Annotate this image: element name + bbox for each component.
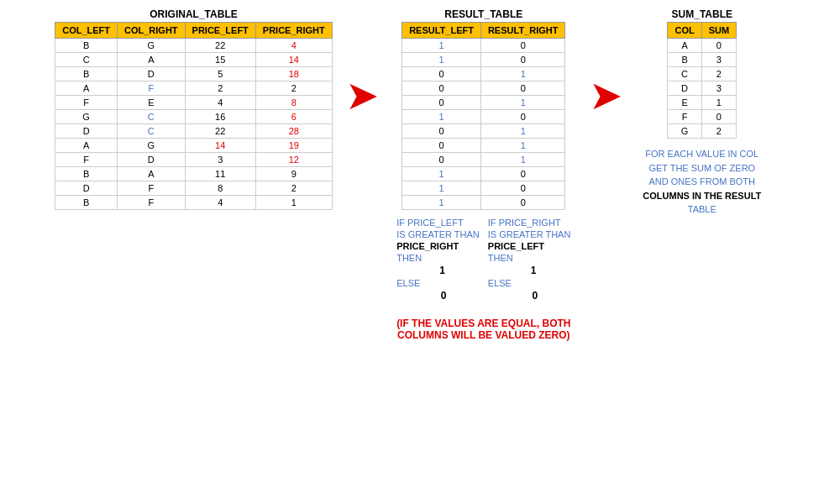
original-table: COL_LEFT COL_RIGHT PRICE_LEFT PRICE_RIGH…	[55, 22, 333, 210]
table-row: 3	[701, 81, 736, 96]
ann-price-right-bold: PRICE_RIGHT	[396, 241, 459, 251]
arrow-1: ➤	[345, 76, 379, 116]
ann-else-right: ELSE	[488, 278, 512, 288]
table-row: 6	[255, 110, 332, 124]
table-row: 0	[402, 67, 481, 81]
table-row: 2	[185, 81, 255, 96]
table-row: B	[55, 39, 118, 53]
main-container: ORIGINAL_TABLE COL_LEFT COL_RIGHT PRICE_…	[0, 0, 824, 349]
ann-price-left-bold: PRICE_LEFT	[488, 241, 544, 251]
ann-if-left: IF PRICE_LEFT	[396, 218, 463, 228]
ann-then-right: THEN	[488, 253, 513, 263]
table-row: 1	[480, 139, 565, 153]
table-row: 1	[402, 167, 481, 181]
table-row: 1	[402, 196, 481, 210]
original-table-title: ORIGINAL_TABLE	[150, 8, 237, 20]
table-row: 4	[255, 39, 332, 53]
sum-header-sum: SUM	[701, 23, 736, 39]
ann-if-right: IF PRICE_RIGHT	[488, 218, 561, 228]
original-table-section: ORIGINAL_TABLE COL_LEFT COL_RIGHT PRICE_…	[55, 8, 333, 210]
ann-else-left: ELSE	[396, 278, 420, 288]
table-row: C	[118, 124, 186, 139]
table-row: 1	[480, 67, 565, 81]
table-row: 1	[255, 196, 332, 210]
result-header-right: RESULT_RIGHT	[480, 23, 565, 39]
arrow-2: ➤	[589, 76, 622, 116]
sum-ann-line5: TABLE	[635, 202, 769, 217]
table-row: 3	[185, 153, 255, 167]
table-row: 1	[480, 96, 565, 110]
sum-ann-line1: FOR EACH VALUE IN COL	[635, 147, 769, 161]
table-row: 0	[480, 196, 565, 210]
table-row: 8	[185, 181, 255, 196]
table-row: 0	[402, 124, 481, 139]
table-row: 1	[402, 39, 481, 53]
table-row: D	[118, 67, 186, 81]
table-row: D	[55, 181, 118, 196]
table-row: 14	[185, 139, 255, 153]
table-row: 0	[701, 39, 736, 53]
table-row: F	[55, 96, 118, 110]
table-row: 0	[480, 39, 565, 53]
table-row: 0	[402, 96, 481, 110]
table-row: 0	[480, 167, 565, 181]
ann-val1-left: 1	[396, 265, 480, 276]
left-annotation-col: IF PRICE_LEFT IS GREATER THAN PRICE_RIGH…	[396, 217, 480, 302]
table-row: A	[668, 39, 701, 53]
table-row: F	[668, 110, 701, 124]
table-row: C	[55, 53, 118, 67]
table-row: E	[668, 96, 701, 110]
table-row: A	[55, 139, 118, 153]
table-row: F	[118, 196, 186, 210]
ann-val1-right: 1	[488, 265, 571, 276]
table-row: 1	[402, 53, 481, 67]
table-row: 16	[185, 110, 255, 124]
table-row: 8	[255, 96, 332, 110]
orig-header-price-left: PRICE_LEFT	[185, 23, 255, 39]
table-row: C	[668, 67, 701, 81]
ann-greater-left: IS GREATER THAN	[396, 229, 480, 239]
table-row: 4	[185, 96, 255, 110]
table-row: G	[118, 139, 186, 153]
two-col-annotation: IF PRICE_LEFT IS GREATER THAN PRICE_RIGH…	[391, 217, 576, 302]
result-annotation: IF PRICE_LEFT IS GREATER THAN PRICE_RIGH…	[391, 217, 576, 341]
sum-ann-line3: AND ONES FROM BOTH	[635, 175, 769, 189]
table-row: 0	[402, 153, 481, 167]
table-row: 5	[185, 67, 255, 81]
result-section: RESULT_TABLE RESULT_LEFT RESULT_RIGHT 10…	[391, 8, 576, 341]
table-row: 0	[480, 81, 565, 96]
table-row: 0	[480, 53, 565, 67]
table-row: 1	[701, 96, 736, 110]
sum-annotation: FOR EACH VALUE IN COL GET THE SUM OF ZER…	[635, 147, 769, 217]
table-row: 2	[255, 81, 332, 96]
table-row: C	[118, 110, 186, 124]
table-row: 22	[185, 124, 255, 139]
sum-ann-line2: GET THE SUM OF ZERO	[635, 161, 769, 176]
table-row: G	[118, 39, 186, 53]
table-row: 1	[480, 153, 565, 167]
table-row: G	[668, 124, 701, 139]
table-row: 22	[185, 39, 255, 53]
table-row: G	[55, 110, 118, 124]
table-row: B	[668, 53, 701, 67]
sum-table: COL SUM A0B3C2D3E1F0G2	[667, 22, 737, 139]
table-row: F	[55, 153, 118, 167]
table-row: 19	[255, 139, 332, 153]
table-row: D	[668, 81, 701, 96]
table-row: 2	[701, 124, 736, 139]
ann-val0-right: 0	[488, 290, 571, 302]
table-row: 28	[255, 124, 332, 139]
table-row: B	[55, 167, 118, 181]
orig-header-price-right: PRICE_RIGHT	[255, 23, 332, 39]
ann-then-left: THEN	[396, 253, 422, 263]
sum-table-title: SUM_TABLE	[672, 8, 732, 20]
result-table: RESULT_LEFT RESULT_RIGHT 101001000110010…	[402, 22, 565, 210]
table-row: E	[118, 96, 186, 110]
ann-val0-left: 0	[396, 290, 480, 302]
result-table-title: RESULT_TABLE	[444, 8, 522, 20]
table-row: 2	[701, 67, 736, 81]
table-row: 14	[255, 53, 332, 67]
table-row: B	[55, 67, 118, 81]
sum-header-col: COL	[668, 23, 701, 39]
table-row: 0	[701, 110, 736, 124]
